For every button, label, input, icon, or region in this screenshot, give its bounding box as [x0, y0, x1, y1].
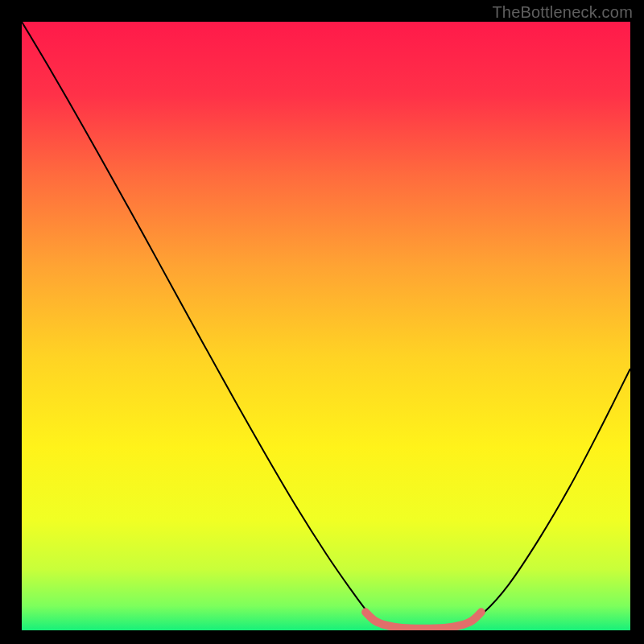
- attribution-text: TheBottleneck.com: [492, 3, 633, 22]
- chart-svg: [22, 22, 630, 630]
- chart-stage: TheBottleneck.com: [0, 0, 644, 644]
- plot-area: [22, 22, 630, 630]
